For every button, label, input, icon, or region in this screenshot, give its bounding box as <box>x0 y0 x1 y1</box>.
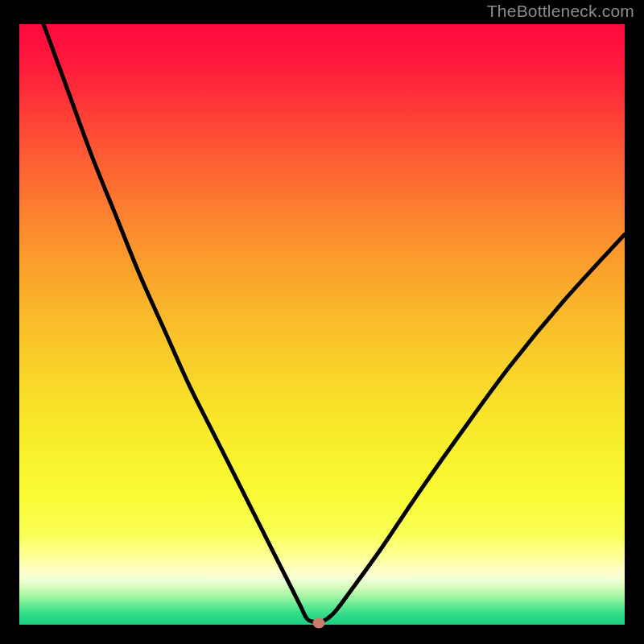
plot-area <box>19 24 625 625</box>
bottleneck-curve <box>19 24 625 625</box>
optimal-point-marker <box>313 617 325 628</box>
chart-frame: TheBottleneck.com <box>0 0 644 644</box>
watermark-text: TheBottleneck.com <box>487 2 634 21</box>
